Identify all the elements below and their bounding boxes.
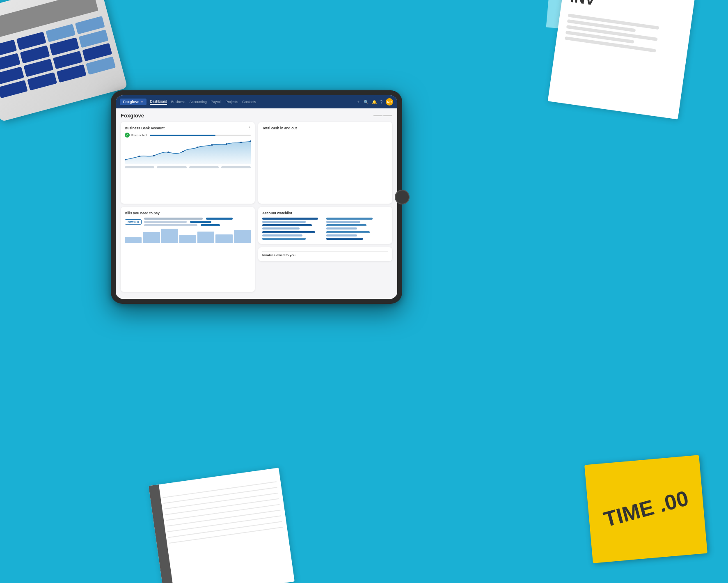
total-cash-widget: Total cash in and out — [258, 122, 392, 204]
bills-bar — [179, 235, 196, 243]
nav-icons: ＋ 🔍 🔔 ? MR — [356, 98, 393, 106]
watchlist-item — [326, 218, 389, 230]
page-menu-dots[interactable] — [373, 115, 392, 116]
nav-link-accounting[interactable]: Accounting — [190, 100, 207, 104]
page-title-row: Foxglove — [121, 112, 392, 119]
watchlist-item — [262, 231, 325, 240]
svg-point-6 — [211, 144, 213, 146]
area-chart-svg — [125, 139, 251, 164]
nav-link-dashboard[interactable]: Dashboard — [150, 99, 167, 105]
reconciled-row: ✓ Reconciled — [125, 133, 251, 138]
bills-line-row — [144, 221, 251, 223]
nav-link-contacts[interactable]: Contacts — [242, 100, 256, 104]
menu-bar — [373, 115, 382, 116]
bills-line-segment — [144, 221, 187, 223]
bank-account-title: Business Bank Account — [125, 126, 251, 130]
wl-line-light — [262, 221, 306, 223]
nav-brand-label: Foxglove — [123, 100, 140, 104]
menu-bar — [383, 115, 392, 116]
ipad-screen[interactable]: Foxglove ▼ Dashboard Business Accounting… — [116, 95, 397, 299]
watchlist-widget: Account watchlist — [258, 207, 392, 244]
svg-point-1 — [138, 156, 140, 157]
wl-line-medium — [326, 218, 373, 220]
bills-line-segment-accent — [190, 221, 211, 223]
stat-pill — [221, 166, 251, 168]
nav-link-projects[interactable]: Projects — [226, 100, 238, 104]
svg-point-8 — [240, 142, 242, 143]
bills-bar — [125, 237, 142, 243]
reconciled-progress-bar — [150, 135, 251, 136]
svg-point-4 — [182, 151, 184, 152]
nav-chevron-icon: ▼ — [141, 101, 144, 103]
watchlist-title: Account watchlist — [262, 211, 388, 215]
ipad-home-button[interactable] — [395, 190, 410, 204]
bank-stats-bar — [125, 166, 251, 168]
user-avatar[interactable]: MR — [386, 98, 393, 106]
bills-bar-chart — [125, 229, 251, 243]
new-bill-button[interactable]: New Bill — [125, 219, 142, 225]
watchlist-grid — [262, 218, 388, 240]
bills-line-row — [144, 224, 251, 226]
wl-line-light — [326, 234, 357, 236]
notebook — [149, 468, 295, 583]
add-icon[interactable]: ＋ — [356, 99, 360, 105]
bills-bar — [161, 229, 178, 243]
ipad: Foxglove ▼ Dashboard Business Accounting… — [111, 90, 402, 304]
dashboard-grid: Business Bank Account ⋮ ✓ Reconciled — [121, 122, 392, 292]
nav-bar: Foxglove ▼ Dashboard Business Accounting… — [116, 95, 397, 108]
watchlist-item — [326, 231, 389, 240]
nav-link-payroll[interactable]: Payroll — [211, 100, 222, 104]
page-title: Foxglove — [121, 112, 144, 119]
nav-link-business[interactable]: Business — [171, 100, 185, 104]
help-icon[interactable]: ? — [380, 100, 382, 104]
stat-pill — [125, 166, 154, 168]
wl-line-light — [326, 227, 357, 230]
bills-bar — [234, 230, 251, 243]
widget-menu-icon[interactable]: ⋮ — [247, 125, 252, 130]
bills-title: Bills you need to pay — [125, 211, 251, 215]
svg-point-7 — [226, 143, 228, 145]
invoice-paper: INV — [548, 0, 695, 119]
stat-pill — [189, 166, 219, 168]
invoices-title: Invoices owed to you — [262, 251, 388, 257]
reconciled-check-icon: ✓ — [125, 133, 130, 138]
reconciled-bar-fill — [150, 135, 215, 136]
wl-line-light — [262, 234, 302, 236]
wl-line-light — [262, 227, 300, 230]
total-cash-title: Total cash in and out — [262, 126, 388, 130]
wl-line-light — [326, 221, 360, 223]
search-icon[interactable]: 🔍 — [364, 100, 369, 104]
watchlist-item — [262, 218, 325, 230]
wl-line-medium — [326, 224, 366, 226]
bills-line-segment — [144, 218, 203, 220]
bills-line-segment-accent — [206, 218, 233, 220]
svg-point-3 — [167, 151, 169, 153]
nav-brand[interactable]: Foxglove ▼ — [120, 99, 147, 105]
wl-line — [262, 224, 312, 226]
bills-header: New Bill — [125, 218, 251, 226]
bills-bar — [215, 234, 232, 243]
bills-bar — [197, 232, 214, 243]
main-content: Foxglove Business Bank Account ⋮ ✓ Recon… — [116, 108, 397, 299]
right-bottom-col: Account watchlist — [258, 207, 392, 292]
bills-line-segment — [144, 224, 197, 226]
bell-icon[interactable]: 🔔 — [372, 100, 377, 104]
sticky-note-text: TIME .00 — [601, 487, 691, 532]
bank-area-chart — [125, 139, 251, 164]
ipad-body: Foxglove ▼ Dashboard Business Accounting… — [111, 90, 402, 304]
svg-point-5 — [197, 147, 199, 148]
bank-account-widget: Business Bank Account ⋮ ✓ Reconciled — [121, 122, 255, 204]
wl-line-medium — [326, 231, 370, 233]
bills-widget: Bills you need to pay New Bill — [121, 207, 255, 292]
sticky-note: TIME .00 — [584, 455, 707, 563]
svg-point-2 — [153, 155, 155, 156]
stat-pill — [157, 166, 186, 168]
wl-line — [262, 231, 315, 233]
wl-line — [262, 218, 318, 220]
bills-bar — [143, 232, 160, 243]
wl-line-medium — [262, 238, 306, 240]
wl-line — [326, 238, 364, 240]
nav-links: Dashboard Business Accounting Payroll Pr… — [150, 99, 256, 105]
bills-line-row — [144, 218, 251, 220]
notebook-lines — [162, 476, 284, 549]
